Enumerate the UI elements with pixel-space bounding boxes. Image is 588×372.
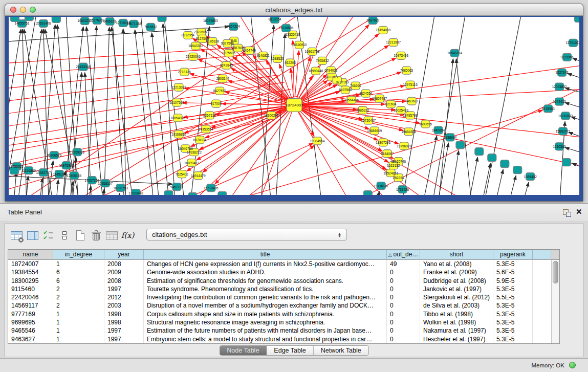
- column-header-out-degree[interactable]: △out_de…: [387, 250, 420, 260]
- graph-node-label: 17359928: [70, 150, 84, 154]
- tab-node-table[interactable]: Node Table: [220, 346, 266, 355]
- cell-year: 1998: [104, 310, 144, 318]
- cell-in_degree: 1: [53, 335, 104, 343]
- delete-column-icon[interactable]: [88, 228, 104, 243]
- show-columns-icon[interactable]: [25, 228, 40, 243]
- table-mode-icon[interactable]: [9, 228, 25, 243]
- graph-node[interactable]: [52, 17, 60, 23]
- graph-node[interactable]: [164, 191, 173, 195]
- float-panel-icon[interactable]: [563, 209, 571, 217]
- graph-edge: [295, 51, 299, 97]
- graph-edge: [162, 110, 542, 195]
- cell-name: 14569117: [8, 301, 53, 310]
- graph-node-label: 746266: [350, 84, 361, 87]
- cell-year: 2008: [104, 260, 144, 268]
- graph-edge: [489, 169, 503, 195]
- graph-node-label: 16210643: [558, 114, 573, 118]
- tab-network-table[interactable]: Network Table: [313, 346, 368, 355]
- table-row[interactable]: 969969511998Structural magnetic resonanc…: [8, 318, 559, 326]
- table-row[interactable]: 2242004622012Investigating the contribut…: [8, 293, 559, 301]
- graph-node-label: 19756928: [397, 144, 411, 148]
- table-row[interactable]: 911546021997Tourette syndrome. Phenomeno…: [8, 285, 559, 293]
- graph-node-label: 9777169: [336, 80, 349, 84]
- graph-edge: [54, 180, 58, 195]
- graph-node-label: 19524851: [383, 171, 398, 175]
- graph-edge: [184, 88, 286, 104]
- graph-node-label: 252254: [393, 176, 404, 180]
- graph-node[interactable]: [10, 17, 19, 21]
- graph-node-label: 8912954: [182, 33, 195, 37]
- minimize-window-icon[interactable]: [20, 7, 26, 13]
- tab-edge-table[interactable]: Edge Table: [266, 346, 313, 355]
- graph-node[interactable]: [456, 141, 465, 149]
- graph-edge: [294, 89, 579, 105]
- zoom-window-icon[interactable]: [30, 7, 36, 13]
- column-header-in-degree[interactable]: in_degree: [53, 250, 104, 260]
- table-vertical-scrollbar[interactable]: [551, 260, 559, 343]
- window-titlebar[interactable]: citations_edges.txt: [5, 4, 583, 16]
- graph-node[interactable]: [488, 154, 496, 162]
- table-row[interactable]: 977716911998Corpus callosum shape and si…: [8, 310, 559, 318]
- graph-node-label: 7857224: [227, 25, 241, 28]
- select-columns-icon[interactable]: ✔ ✔: [40, 228, 56, 243]
- cell-year: 1998: [104, 318, 144, 326]
- graph-node[interactable]: [500, 160, 509, 168]
- function-builder-icon[interactable]: f(x): [120, 228, 136, 243]
- graph-node[interactable]: [513, 166, 522, 174]
- graph-node[interactable]: [562, 159, 571, 166]
- column-header-year[interactable]: year: [104, 250, 144, 260]
- graph-node-label: 9457771: [170, 185, 184, 189]
- graph-node-label: 14055751: [15, 21, 30, 25]
- graph-node-label: 10990448: [309, 69, 323, 73]
- graph-edge: [163, 24, 177, 195]
- new-column-icon[interactable]: [72, 228, 88, 243]
- column-header-pagerank[interactable]: pagerank: [493, 250, 533, 260]
- graph-node-label: 9275685: [223, 51, 236, 55]
- cell-short: Tibbo et al. (1998): [420, 310, 493, 318]
- column-header-name[interactable]: name: [8, 250, 53, 260]
- cell-out_degree: 0: [387, 318, 420, 326]
- status-bar: Memory: OK: [0, 358, 588, 372]
- graph-node[interactable]: [188, 193, 197, 195]
- scrollbar-thumb[interactable]: [553, 261, 558, 283]
- graph-edge: [502, 176, 516, 195]
- close-panel-icon[interactable]: ✕: [576, 207, 582, 216]
- graph-node-label: 16782753: [113, 186, 128, 190]
- graph-node-label: 1733426: [396, 188, 409, 191]
- cell-pagerank: 5.9E-5: [493, 277, 533, 285]
- cell-in_degree: 1: [53, 310, 104, 318]
- table-row[interactable]: 946554611997Estimation of the future num…: [8, 326, 559, 335]
- column-header-short[interactable]: short: [420, 250, 493, 260]
- cell-name: 22420046: [8, 293, 53, 301]
- dropdown-arrows-icon: ▲▼: [338, 232, 341, 237]
- graph-node-label: 16961758: [305, 50, 320, 53]
- citation-network-graph[interactable]: 1872400789129542322605391275058186328546…: [9, 17, 579, 195]
- graph-node[interactable]: [475, 148, 484, 156]
- graph-node-label: 8938934: [444, 136, 457, 139]
- cell-pagerank: 5.3E-5: [493, 285, 533, 293]
- table-row[interactable]: 946362711997Embryonic stem cells: a mode…: [8, 335, 559, 343]
- table-row[interactable]: 1830029562008Estimation of significance …: [8, 277, 559, 285]
- table-row[interactable]: 1938455462009Genome-wide association stu…: [8, 268, 559, 276]
- close-window-icon[interactable]: [10, 7, 16, 13]
- graph-node-label: 8215953: [542, 107, 555, 111]
- graph-node[interactable]: [218, 192, 227, 195]
- cell-out_degree: 0: [387, 285, 420, 293]
- network-canvas[interactable]: 1872400789129542322605391275058186328546…: [9, 17, 579, 195]
- table-row[interactable]: 1456911722003Disruption of a novel membe…: [8, 301, 559, 310]
- graph-node-label: 1735051: [10, 165, 24, 168]
- cell-pagerank: 5.3E-5: [493, 310, 533, 318]
- graph-edge: [514, 182, 529, 195]
- graph-node[interactable]: [158, 17, 166, 21]
- row-height-icon[interactable]: [56, 228, 72, 243]
- graph-node[interactable]: [575, 17, 579, 22]
- graph-node-label: 7625402: [176, 172, 189, 176]
- cell-in_degree: 2: [53, 301, 104, 310]
- column-header-title[interactable]: title: [144, 250, 387, 260]
- table-selector-dropdown[interactable]: citations_edges.txt ▲▼: [146, 229, 347, 240]
- table-row[interactable]: 1872400712008Changes of HCN gene express…: [8, 260, 559, 268]
- graph-node[interactable]: [25, 17, 33, 20]
- cell-out_degree: 0: [387, 277, 420, 285]
- cell-out_degree: 0: [387, 310, 420, 318]
- graph-node[interactable]: [363, 191, 372, 195]
